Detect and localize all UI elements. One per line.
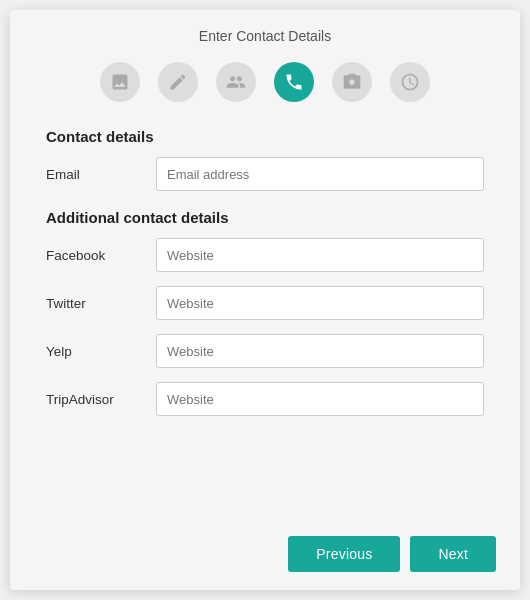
- step-clock[interactable]: [390, 62, 430, 102]
- yelp-input[interactable]: [156, 334, 484, 368]
- next-button[interactable]: Next: [410, 536, 496, 572]
- modal-footer: Previous Next: [10, 522, 520, 590]
- yelp-row: Yelp: [46, 334, 484, 368]
- twitter-input[interactable]: [156, 286, 484, 320]
- tripadvisor-row: TripAdvisor: [46, 382, 484, 416]
- steps-bar: [10, 54, 520, 118]
- additional-section: Additional contact details Facebook Twit…: [46, 209, 484, 416]
- modal-container: Enter Contact Details Contact details: [10, 10, 520, 590]
- facebook-input[interactable]: [156, 238, 484, 272]
- step-people[interactable]: [216, 62, 256, 102]
- image-icon: [110, 72, 130, 92]
- yelp-label: Yelp: [46, 344, 156, 359]
- step-camera[interactable]: [332, 62, 372, 102]
- twitter-label: Twitter: [46, 296, 156, 311]
- camera-icon: [342, 72, 362, 92]
- tripadvisor-label: TripAdvisor: [46, 392, 156, 407]
- email-row: Email: [46, 157, 484, 191]
- additional-section-title: Additional contact details: [46, 209, 484, 226]
- facebook-row: Facebook: [46, 238, 484, 272]
- pencil-icon: [168, 72, 188, 92]
- contact-section-title: Contact details: [46, 128, 484, 145]
- step-edit[interactable]: [158, 62, 198, 102]
- previous-button[interactable]: Previous: [288, 536, 400, 572]
- people-icon: [226, 72, 246, 92]
- email-label: Email: [46, 167, 156, 182]
- modal-body: Contact details Email Additional contact…: [10, 118, 520, 522]
- facebook-label: Facebook: [46, 248, 156, 263]
- email-input[interactable]: [156, 157, 484, 191]
- clock-icon: [400, 72, 420, 92]
- tripadvisor-input[interactable]: [156, 382, 484, 416]
- step-image[interactable]: [100, 62, 140, 102]
- twitter-row: Twitter: [46, 286, 484, 320]
- modal-title: Enter Contact Details: [10, 10, 520, 54]
- step-phone[interactable]: [274, 62, 314, 102]
- phone-icon: [284, 72, 304, 92]
